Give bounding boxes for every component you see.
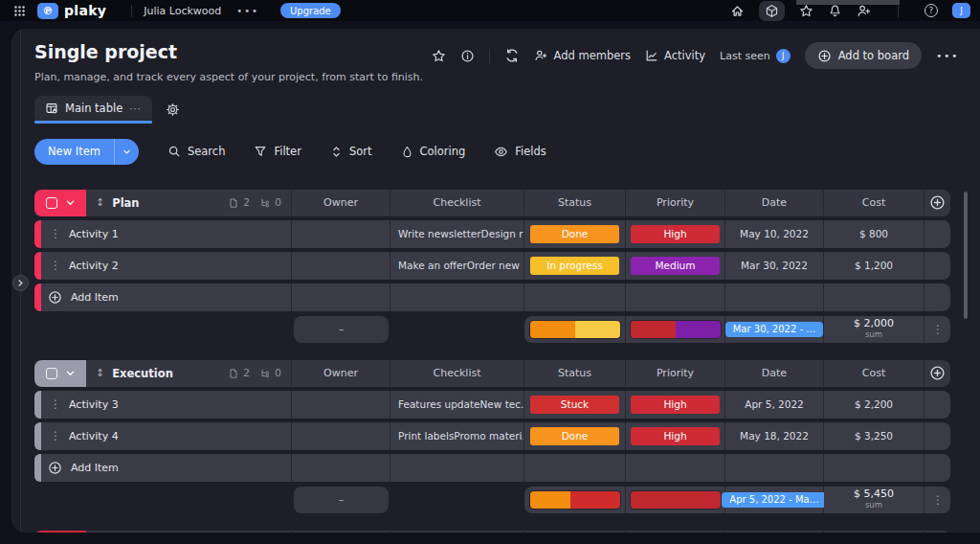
priority-chip[interactable]: High [631,427,720,445]
group-color-block[interactable] [34,360,86,387]
user-avatar[interactable]: J [952,3,970,18]
date-range-chip[interactable]: Mar 30, 2022 - … [725,322,824,337]
column-header-status[interactable]: Status [524,360,626,387]
notifications-bell-icon[interactable] [828,4,842,18]
row-color-strip [34,454,41,482]
new-item-button[interactable]: New Item [34,139,139,165]
reorder-icon[interactable]: ↕ [96,367,104,379]
column-header-cost[interactable]: Cost [824,360,924,387]
coloring-button[interactable]: Coloring [401,145,466,158]
apps-grid-icon[interactable] [13,5,26,17]
tab-main-table[interactable]: Main table ··· [34,96,152,124]
column-header-cost[interactable]: Cost [824,190,924,216]
status-chip[interactable]: Done [530,225,619,243]
row-menu-icon[interactable]: ⋮ [41,429,69,442]
status-chip[interactable]: Stuck [530,396,619,414]
row-menu-icon[interactable]: ⋮ [41,227,69,240]
summary-menu-icon[interactable]: ⋮ [924,323,951,336]
filter-button[interactable]: Filter [254,145,301,158]
upgrade-button[interactable]: Upgrade [280,3,341,18]
plaky-logo[interactable]: ℗ plaky [37,3,106,19]
date-range-chip[interactable]: Apr 5, 2022 - Ma… [722,492,826,508]
date-cell[interactable]: May 18, 2022 [725,422,824,450]
priority-distribution-bar[interactable] [631,491,721,509]
add-members-button[interactable]: Add members [534,49,632,62]
status-chip[interactable]: Done [530,427,619,445]
activity-button[interactable]: Activity [645,49,705,62]
add-column-button[interactable] [929,194,946,211]
item-name[interactable]: Activity 3 [69,398,119,411]
priority-distribution-bar[interactable] [631,321,721,338]
add-column-button[interactable] [929,365,946,381]
workspace-name[interactable]: Julia Lockwood [144,5,221,17]
automations-sync-icon[interactable] [504,48,520,63]
invite-member-icon[interactable] [857,4,872,18]
reorder-icon[interactable]: ↕ [96,196,104,209]
group-checkbox[interactable] [46,368,57,379]
date-cell[interactable]: Apr 5, 2022 [725,391,824,419]
add-item-row[interactable]: Add Item [34,454,950,482]
cost-cell[interactable]: $ 3,250 [824,422,924,450]
expand-sidebar-button[interactable] [12,275,29,291]
boards-icon[interactable] [759,1,785,21]
column-header-owner[interactable]: Owner [292,190,390,216]
group-name[interactable]: Plan [112,196,139,210]
cost-cell[interactable]: $ 1,200 [824,252,924,280]
info-icon[interactable] [460,49,475,63]
column-header-priority[interactable]: Priority [626,360,725,387]
checklist-cell[interactable]: Write newsletterDesign r… [390,220,524,248]
new-item-dropdown-icon[interactable] [115,139,139,165]
checklist-cell[interactable]: Make an offerOrder new … [390,252,524,280]
row-menu-icon[interactable]: ⋮ [41,397,69,411]
column-header-owner[interactable]: Owner [292,360,390,387]
group-color-block[interactable] [34,531,86,533]
status-distribution-bar[interactable] [530,491,620,509]
column-header-status[interactable]: Status [524,190,626,216]
priority-chip[interactable]: High [631,396,720,414]
column-header-date[interactable]: Date [725,360,824,387]
priority-chip[interactable]: Medium [631,257,720,275]
status-distribution-bar[interactable] [530,321,620,338]
group-checkbox[interactable] [46,197,57,209]
column-header-priority[interactable]: Priority [626,190,725,216]
column-header-checklist[interactable]: Checklist [390,360,524,387]
workspace-more-button[interactable]: ••• [236,6,259,16]
favorite-star-icon[interactable] [432,49,446,63]
cost-cell[interactable]: $ 2,200 [824,391,924,419]
checklist-cell[interactable]: Print labelsPromo materi… [390,422,524,450]
column-header-date[interactable]: Date [725,190,824,216]
item-name[interactable]: Activity 2 [69,260,119,272]
board-settings-gear-icon[interactable] [166,102,180,117]
owner-cell[interactable] [292,391,390,419]
status-chip[interactable]: In progress [530,257,619,275]
star-icon[interactable] [799,4,813,18]
date-cell[interactable]: Mar 30, 2022 [725,252,824,280]
priority-chip[interactable]: High [631,225,720,243]
group-color-block[interactable] [34,190,86,216]
owner-cell[interactable] [292,422,390,450]
add-item-row[interactable]: Add Item [34,283,950,311]
sort-button[interactable]: Sort [330,145,372,158]
item-name[interactable]: Activity 1 [69,228,119,240]
vertical-scrollbar[interactable] [964,192,968,319]
tab-options-icon[interactable]: ··· [129,103,142,114]
cost-cell[interactable]: $ 800 [824,220,924,248]
summary-menu-icon[interactable]: ⋮ [924,493,951,507]
help-icon[interactable]: ? [924,4,938,17]
home-icon[interactable] [730,4,745,18]
checklist-cell[interactable]: Features updateNew tec… [390,391,524,419]
last-seen[interactable]: Last seen J [720,49,791,63]
group-name[interactable]: Execution [112,367,173,380]
item-name[interactable]: Activity 4 [69,430,119,442]
fields-button[interactable]: Fields [494,145,546,159]
add-item-plus-icon [48,461,62,475]
owner-cell[interactable] [292,220,390,248]
add-to-board-button[interactable]: Add to board [805,42,922,69]
date-cell[interactable]: May 10, 2022 [725,220,824,248]
subitems-icon [259,368,271,379]
board-more-button[interactable]: ••• [936,50,959,62]
column-header-checklist[interactable]: Checklist [390,190,524,216]
search-button[interactable]: Search [167,145,226,158]
row-menu-icon[interactable]: ⋮ [41,259,69,272]
owner-cell[interactable] [292,252,390,280]
